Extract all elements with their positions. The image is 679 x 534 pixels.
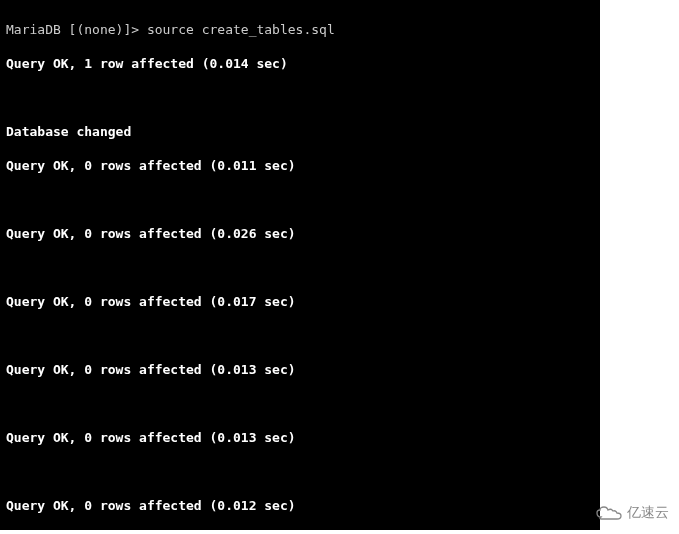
blank-line: [6, 395, 594, 412]
blank-line: [6, 259, 594, 276]
mariadb-prompt: MariaDB [(none)]>: [6, 22, 147, 37]
query-result: Query OK, 0 rows affected (0.013 sec): [6, 361, 594, 378]
terminal-output[interactable]: MariaDB [(none)]> source create_tables.s…: [0, 0, 600, 530]
blank-line: [6, 89, 594, 106]
mariadb-prompt-line: MariaDB [(none)]> source create_tables.s…: [6, 21, 594, 38]
watermark: 亿速云: [595, 504, 669, 522]
blank-line: [6, 463, 594, 480]
database-changed: Database changed: [6, 123, 594, 140]
query-result: Query OK, 1 row affected (0.014 sec): [6, 55, 594, 72]
cloud-icon: [595, 505, 623, 521]
query-result: Query OK, 0 rows affected (0.012 sec): [6, 497, 594, 514]
sql-command: source create_tables.sql: [147, 22, 335, 37]
blank-line: [6, 327, 594, 344]
blank-line: [6, 191, 594, 208]
watermark-text: 亿速云: [627, 504, 669, 522]
query-result: Query OK, 0 rows affected (0.013 sec): [6, 429, 594, 446]
query-result: Query OK, 0 rows affected (0.017 sec): [6, 293, 594, 310]
query-result: Query OK, 0 rows affected (0.011 sec): [6, 157, 594, 174]
query-result: Query OK, 0 rows affected (0.026 sec): [6, 225, 594, 242]
